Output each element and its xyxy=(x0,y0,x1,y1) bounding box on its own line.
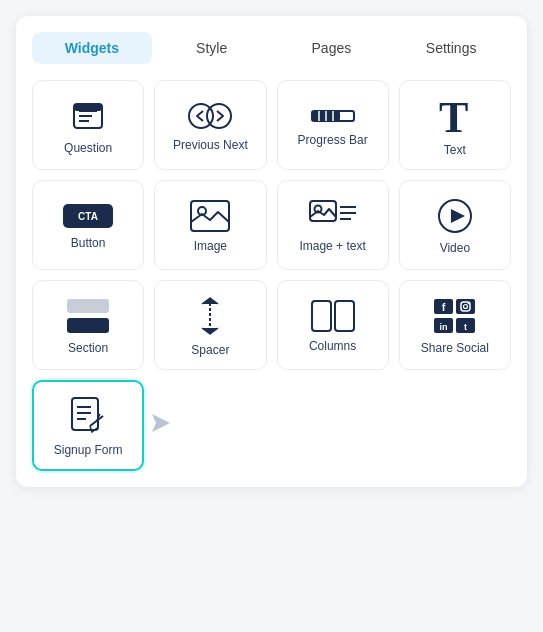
svg-text:t: t xyxy=(464,322,467,332)
svg-rect-24 xyxy=(67,299,109,313)
section-label: Section xyxy=(68,341,108,357)
image-text-label: Image + text xyxy=(299,239,365,255)
widget-progress-bar[interactable]: Progress Bar xyxy=(277,80,389,170)
svg-rect-17 xyxy=(310,201,336,221)
svg-text:T: T xyxy=(439,96,468,136)
widget-image-text[interactable]: Image + text xyxy=(277,180,389,270)
svg-point-34 xyxy=(468,302,470,304)
svg-rect-4 xyxy=(74,104,102,111)
section-icon xyxy=(66,298,110,334)
tab-widgets[interactable]: Widgets xyxy=(32,32,152,64)
svg-text:in: in xyxy=(439,322,447,332)
widget-question[interactable]: Question xyxy=(32,80,144,170)
signup-form-label: Signup Form xyxy=(54,443,123,459)
button-label: Button xyxy=(71,236,106,252)
widget-previous-next[interactable]: Previous Next xyxy=(154,80,266,170)
svg-point-6 xyxy=(207,104,231,128)
previous-next-icon xyxy=(188,101,232,131)
video-label: Video xyxy=(440,241,470,257)
svg-rect-28 xyxy=(335,301,354,331)
image-text-icon xyxy=(309,200,357,232)
tab-settings[interactable]: Settings xyxy=(391,32,511,64)
text-icon: T xyxy=(437,96,473,136)
widget-spacer[interactable]: Spacer xyxy=(154,280,266,370)
columns-icon xyxy=(311,300,355,332)
question-label: Question xyxy=(64,141,112,157)
widget-button[interactable]: CTA Button xyxy=(32,180,144,270)
widget-grid: Question Previous Next xyxy=(32,80,511,471)
text-label: Text xyxy=(444,143,466,159)
share-social-icon: f in t xyxy=(433,298,477,334)
progress-bar-label: Progress Bar xyxy=(298,133,368,149)
svg-rect-25 xyxy=(67,318,109,333)
widget-image[interactable]: Image xyxy=(154,180,266,270)
signup-form-icon xyxy=(70,396,106,436)
svg-text:CTA: CTA xyxy=(78,211,98,222)
svg-marker-23 xyxy=(451,209,465,223)
question-icon xyxy=(70,98,106,134)
svg-text:f: f xyxy=(442,301,446,313)
button-icon: CTA xyxy=(62,203,114,229)
progress-bar-icon xyxy=(311,106,355,126)
share-social-label: Share Social xyxy=(421,341,489,357)
spacer-label: Spacer xyxy=(191,343,229,359)
widget-text[interactable]: T Text xyxy=(399,80,511,170)
svg-marker-45 xyxy=(152,414,170,432)
tab-bar: Widgets Style Pages Settings xyxy=(32,32,511,64)
widgets-panel: Widgets Style Pages Settings Question xyxy=(16,16,527,487)
image-label: Image xyxy=(194,239,227,255)
svg-rect-27 xyxy=(312,301,331,331)
columns-label: Columns xyxy=(309,339,356,355)
spacer-icon xyxy=(192,296,228,336)
widget-share-social[interactable]: f in t Share Social xyxy=(399,280,511,370)
widget-columns[interactable]: Columns xyxy=(277,280,389,370)
tab-style[interactable]: Style xyxy=(152,32,272,64)
widget-section[interactable]: Section xyxy=(32,280,144,370)
video-icon xyxy=(437,198,473,234)
tab-pages[interactable]: Pages xyxy=(272,32,392,64)
image-icon xyxy=(190,200,230,232)
svg-line-43 xyxy=(90,416,103,426)
arrow-indicator xyxy=(142,412,170,438)
widget-video[interactable]: Video xyxy=(399,180,511,270)
previous-next-label: Previous Next xyxy=(173,138,248,154)
widget-signup-form[interactable]: Signup Form xyxy=(32,380,144,471)
